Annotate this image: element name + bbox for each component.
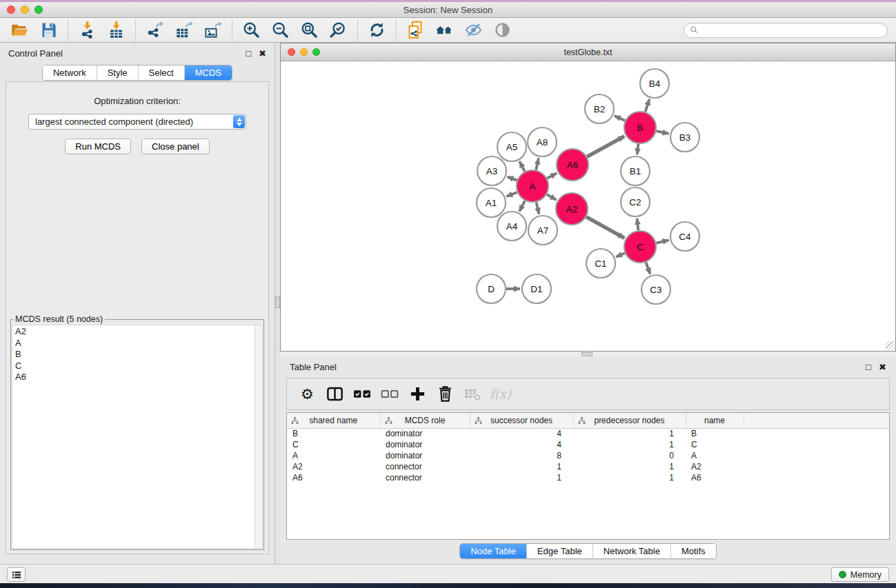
horizontal-split-grip[interactable]	[581, 352, 593, 356]
table-row[interactable]: A6connector11A6	[287, 472, 889, 483]
column-header-successor-nodes[interactable]: successor nodes	[470, 413, 573, 428]
table-cell[interactable]: C	[686, 439, 744, 450]
table-cell[interactable]: A2	[287, 461, 380, 472]
graph-node-C1[interactable]: C1	[586, 249, 615, 278]
zoom-selected-icon[interactable]	[327, 19, 350, 41]
mcds-result-item[interactable]: A2	[15, 326, 262, 338]
export-image-icon[interactable]	[201, 19, 224, 41]
import-network-icon[interactable]	[76, 19, 99, 41]
mcds-result-item[interactable]: A6	[15, 372, 262, 383]
table-cell[interactable]: dominator	[380, 439, 470, 450]
graph-edge-B-B4[interactable]	[645, 99, 649, 112]
table-cell[interactable]: A6	[287, 472, 380, 483]
refresh-view-icon[interactable]	[366, 19, 388, 41]
tab-node-table[interactable]: Node Table	[460, 544, 526, 558]
tab-style[interactable]: Style	[97, 65, 138, 80]
graph-edge-C-C3[interactable]	[646, 263, 650, 274]
import-table-icon[interactable]	[105, 19, 128, 41]
graph-edge-A2-C[interactable]	[586, 217, 624, 239]
graph-edge-A-A6[interactable]	[547, 173, 557, 178]
graph-node-B1[interactable]: B1	[621, 156, 650, 185]
network-window-titlebar[interactable]: testGlobe.txt	[281, 43, 895, 61]
select-all-icon[interactable]	[351, 383, 374, 405]
table-row[interactable]: Bdominator41B	[287, 428, 889, 439]
graph-node-A1[interactable]: A1	[477, 188, 506, 217]
log-console-button[interactable]	[7, 567, 26, 582]
graph-node-B2[interactable]: B2	[585, 94, 614, 123]
tab-select[interactable]: Select	[138, 65, 184, 80]
table-cell[interactable]: 1	[573, 461, 686, 472]
graph-node-D1[interactable]: D1	[522, 274, 551, 303]
table-cell[interactable]: 1	[470, 461, 573, 472]
close-panel-button[interactable]: Close panel	[141, 139, 210, 154]
close-table-panel-icon[interactable]: ✖	[879, 362, 886, 372]
graph-edge-A6-B[interactable]	[587, 136, 624, 157]
column-header-shared-name[interactable]: shared name	[287, 413, 380, 428]
table-cell[interactable]: 1	[470, 472, 573, 483]
graph-node-A6[interactable]: A6	[557, 149, 588, 181]
table-cell[interactable]: 8	[470, 450, 573, 461]
column-header-name[interactable]: name	[686, 413, 744, 428]
column-header-predecessor-nodes[interactable]: predecessor nodes	[573, 413, 686, 428]
resize-grip-icon[interactable]	[886, 341, 895, 350]
table-row[interactable]: A2connector11A2	[287, 461, 889, 472]
show-graphics-icon[interactable]	[491, 19, 514, 41]
memory-button[interactable]: Memory	[831, 567, 889, 582]
open-session-icon[interactable]	[8, 19, 31, 41]
table-cell[interactable]: dominator	[380, 428, 470, 439]
graph-node-A7[interactable]: A7	[528, 216, 557, 245]
float-panel-icon[interactable]: □	[246, 48, 251, 59]
graph-node-D[interactable]: D	[477, 274, 506, 303]
hide-details-icon[interactable]	[462, 19, 485, 41]
add-column-icon[interactable]	[406, 383, 429, 405]
column-header-mcds-role[interactable]: MCDS role	[380, 413, 470, 428]
column-view-icon[interactable]	[323, 383, 346, 405]
network-canvas[interactable]: B4B2BB3A8A5A6A3B1AA1C2A2A4A7C4CC1DD1C3	[281, 61, 895, 351]
tab-edge-table[interactable]: Edge Table	[526, 544, 593, 558]
table-cell[interactable]: connector	[380, 472, 470, 483]
graph-edge-B-B1[interactable]	[637, 144, 639, 154]
search-input[interactable]	[702, 26, 882, 35]
tab-network[interactable]: Network	[43, 65, 97, 80]
zoom-in-icon[interactable]	[240, 19, 263, 41]
gear-icon[interactable]: ⚙	[296, 383, 319, 405]
graph-edge-B-B3[interactable]	[656, 131, 668, 134]
table-cell[interactable]: 1	[573, 428, 686, 439]
graph-node-A5[interactable]: A5	[497, 132, 526, 161]
mcds-result-item[interactable]: B	[15, 349, 262, 361]
table-cell[interactable]: connector	[380, 461, 470, 472]
graph-edge-A-A5[interactable]	[519, 161, 525, 172]
export-network-icon[interactable]	[143, 19, 166, 41]
tab-mcds[interactable]: MCDS	[184, 65, 232, 80]
table-cell[interactable]: A6	[686, 472, 744, 483]
table-cell[interactable]: 0	[573, 450, 686, 461]
table-cell[interactable]: A	[287, 450, 380, 461]
graph-edge-C-C1[interactable]	[616, 253, 625, 256]
graph-edge-B-B2[interactable]	[615, 116, 625, 121]
table-row[interactable]: Adominator80A	[287, 450, 889, 461]
export-table-icon[interactable]	[172, 19, 195, 41]
graph-node-C2[interactable]: C2	[621, 187, 650, 216]
graph-node-C[interactable]: C	[624, 231, 656, 263]
table-cell[interactable]: 1	[573, 439, 686, 450]
graph-node-B[interactable]: B	[624, 112, 656, 143]
graph-node-A[interactable]: A	[517, 170, 548, 202]
table-cell[interactable]: A	[686, 450, 744, 461]
graph-node-A8[interactable]: A8	[528, 128, 557, 156]
table-cell[interactable]: 4	[470, 428, 573, 439]
table-cell[interactable]: B	[287, 428, 380, 439]
delete-column-icon[interactable]	[434, 383, 457, 405]
table-cell[interactable]: dominator	[380, 450, 470, 461]
float-table-panel-icon[interactable]: □	[866, 362, 871, 372]
graph-node-B4[interactable]: B4	[640, 69, 669, 98]
close-panel-icon[interactable]: ✖	[259, 48, 266, 59]
graph-edge-A-A3[interactable]	[507, 176, 517, 180]
save-session-icon[interactable]	[37, 19, 60, 41]
first-neighbors-icon[interactable]	[433, 19, 456, 41]
clone-network-icon[interactable]	[404, 19, 427, 41]
graph-edge-A-A8[interactable]	[536, 158, 539, 170]
graph-edge-A-A4[interactable]	[519, 201, 525, 211]
zoom-fit-icon[interactable]	[298, 19, 321, 41]
mcds-result-item[interactable]: C	[15, 361, 262, 372]
table-cell[interactable]: 1	[573, 472, 686, 483]
